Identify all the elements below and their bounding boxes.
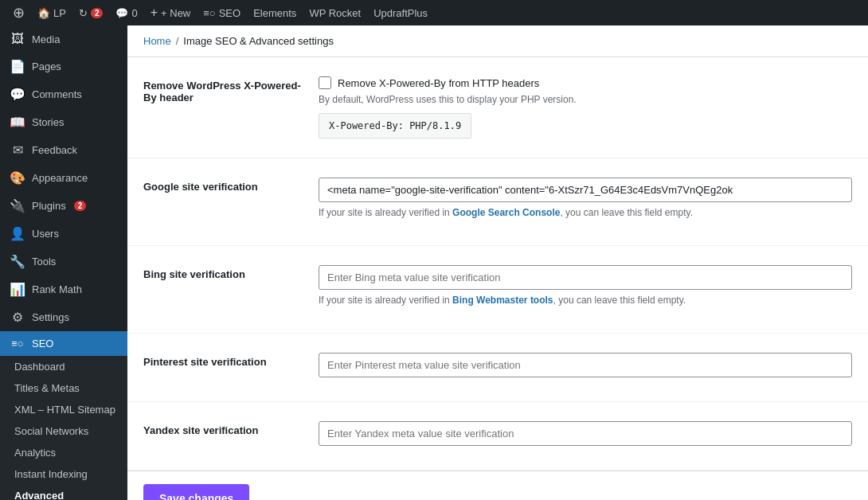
comments-count: 0: [131, 7, 137, 19]
sidebar-plugins-label: Plugins: [32, 200, 66, 212]
seo-sitemap-item[interactable]: XML – HTML Sitemap: [3, 399, 127, 420]
seo-titles-item[interactable]: Titles & Metas: [3, 377, 127, 399]
rank-math-icon: 📊: [10, 282, 25, 297]
remove-powered-by-label: Remove WordPress X-Powered-By header: [143, 76, 303, 104]
sidebar-seo-label: SEO: [32, 338, 53, 350]
remove-powered-by-checkbox-label: Remove X-Powered-By from HTTP headers: [338, 77, 539, 89]
sidebar-feedback-label: Feedback: [32, 144, 77, 156]
plugins-badge: 2: [74, 201, 87, 211]
save-changes-button[interactable]: Save changes: [143, 484, 249, 500]
yandex-verification-label: Yandex site verification: [143, 421, 303, 436]
save-area: Save changes: [127, 471, 868, 500]
sidebar-item-seo[interactable]: ≡○ SEO: [0, 331, 127, 356]
sidebar-settings-label: Settings: [32, 311, 69, 323]
seo-social-item[interactable]: Social Networks: [3, 420, 127, 442]
new-content-item[interactable]: + + New: [144, 0, 197, 25]
sidebar-item-stories[interactable]: 📖 Stories: [0, 108, 127, 136]
seo-dashboard-item[interactable]: Dashboard: [3, 356, 127, 377]
google-verification-hint: If your site is already verified in Goog…: [319, 207, 852, 218]
sidebar-tools-label: Tools: [32, 256, 56, 268]
pages-icon: 📄: [10, 59, 25, 74]
settings-icon: ⚙: [10, 310, 25, 325]
site-name-label: LP: [53, 7, 66, 19]
seo-advanced-item[interactable]: Advanced: [3, 485, 127, 500]
settings-area: Remove WordPress X-Powered-By header Rem…: [127, 57, 868, 471]
breadcrumb: Home / Image SEO & Advanced settings: [127, 25, 868, 57]
pinterest-verification-input[interactable]: [319, 353, 852, 377]
updraftplus-item[interactable]: UpdraftPlus: [367, 0, 434, 25]
stories-icon: 📖: [10, 115, 25, 130]
site-name-item[interactable]: 🏠 LP: [31, 0, 72, 25]
sidebar-appearance-label: Appearance: [32, 172, 88, 184]
seo-menu-label: SEO: [219, 7, 240, 19]
remove-powered-by-hint: By default, WordPress uses this to displ…: [319, 94, 852, 105]
users-icon: 👤: [10, 226, 25, 241]
google-verification-control: If your site is already verified in Goog…: [319, 178, 852, 226]
sidebar-comments-label: Comments: [32, 88, 82, 100]
bing-verification-label: Bing site verification: [143, 265, 303, 280]
sidebar-rank-math-label: Rank Math: [32, 283, 82, 295]
sidebar-item-media[interactable]: 🖼 Media: [0, 25, 127, 53]
yandex-verification-input[interactable]: [319, 421, 852, 446]
seo-submenu: Dashboard Titles & Metas XML – HTML Site…: [0, 356, 127, 500]
breadcrumb-current-page: Image SEO & Advanced settings: [183, 35, 334, 47]
yandex-verification-row: Yandex site verification: [127, 402, 868, 471]
seo-instant-indexing-item[interactable]: Instant Indexing: [3, 463, 127, 485]
updates-icon: ↻: [79, 7, 88, 19]
powered-by-code-block: X-Powered-By: PHP/8.1.9: [319, 113, 471, 139]
google-verification-input[interactable]: [319, 178, 852, 202]
sidebar-item-rank-math[interactable]: 📊 Rank Math: [0, 275, 127, 303]
sidebar-item-settings[interactable]: ⚙ Settings: [0, 303, 127, 331]
breadcrumb-home-link[interactable]: Home: [143, 35, 171, 47]
plugins-icon: 🔌: [10, 198, 25, 213]
bing-verification-control: If your site is already verified in Bing…: [319, 265, 852, 314]
updraftplus-label: UpdraftPlus: [373, 7, 428, 19]
elements-item[interactable]: Elements: [247, 0, 303, 25]
bing-verification-input[interactable]: [319, 265, 852, 290]
admin-bar: ⊕ 🏠 LP ↻ 2 💬 0 + + New ≡○ SEO Elements W…: [0, 0, 868, 25]
pinterest-verification-row: Pinterest site verification: [127, 334, 868, 402]
pinterest-verification-label: Pinterest site verification: [143, 353, 303, 368]
comments-item[interactable]: 💬 0: [109, 0, 143, 25]
comments-icon: 💬: [115, 7, 128, 19]
sidebar-item-users[interactable]: 👤 Users: [0, 220, 127, 248]
tools-icon: 🔧: [10, 254, 25, 269]
google-verification-row: Google site verification If your site is…: [127, 158, 868, 246]
sidebar-item-pages[interactable]: 📄 Pages: [0, 53, 127, 80]
sidebar: 🖼 Media 📄 Pages 💬 Comments 📖 Stories ✉ F…: [0, 25, 127, 500]
remove-powered-by-checkbox[interactable]: [319, 76, 331, 89]
pinterest-verification-control: [319, 353, 852, 382]
google-search-console-link[interactable]: Google Search Console: [452, 207, 560, 218]
google-verification-label: Google site verification: [143, 178, 303, 193]
elements-label: Elements: [253, 7, 296, 19]
wp-rocket-item[interactable]: WP Rocket: [303, 0, 367, 25]
site-home-icon: 🏠: [37, 7, 50, 19]
remove-powered-by-control: Remove X-Powered-By from HTTP headers By…: [319, 76, 852, 139]
comments-sidebar-icon: 💬: [10, 87, 25, 102]
bing-webmaster-link[interactable]: Bing Webmaster tools: [452, 295, 553, 306]
sidebar-item-tools[interactable]: 🔧 Tools: [0, 248, 127, 275]
sidebar-item-feedback[interactable]: ✉ Feedback: [0, 136, 127, 164]
main-content: Home / Image SEO & Advanced settings Rem…: [127, 25, 868, 500]
updates-item[interactable]: ↻ 2: [72, 0, 110, 25]
seo-icon: ≡○: [10, 338, 25, 350]
seo-analytics-item[interactable]: Analytics: [3, 442, 127, 463]
sidebar-item-appearance[interactable]: 🎨 Appearance: [0, 164, 127, 192]
sidebar-pages-label: Pages: [32, 61, 61, 72]
wp-logo-item[interactable]: ⊕: [6, 0, 31, 25]
media-icon: 🖼: [10, 32, 25, 46]
sidebar-item-plugins[interactable]: 🔌 Plugins 2: [0, 192, 127, 220]
bing-verification-hint: If your site is already verified in Bing…: [319, 295, 852, 306]
bing-verification-row: Bing site verification If your site is a…: [127, 246, 868, 334]
wp-rocket-label: WP Rocket: [309, 7, 361, 19]
seo-menu-item[interactable]: ≡○ SEO: [197, 0, 247, 25]
sidebar-media-label: Media: [32, 33, 60, 45]
seo-menu-icon: ≡○: [203, 7, 215, 19]
remove-powered-by-row: Remove WordPress X-Powered-By header Rem…: [127, 57, 868, 158]
appearance-icon: 🎨: [10, 170, 25, 186]
sidebar-users-label: Users: [32, 228, 59, 240]
yandex-verification-control: [319, 421, 852, 451]
sidebar-item-comments[interactable]: 💬 Comments: [0, 80, 127, 108]
plus-icon: +: [151, 6, 158, 20]
breadcrumb-separator: /: [176, 35, 179, 47]
